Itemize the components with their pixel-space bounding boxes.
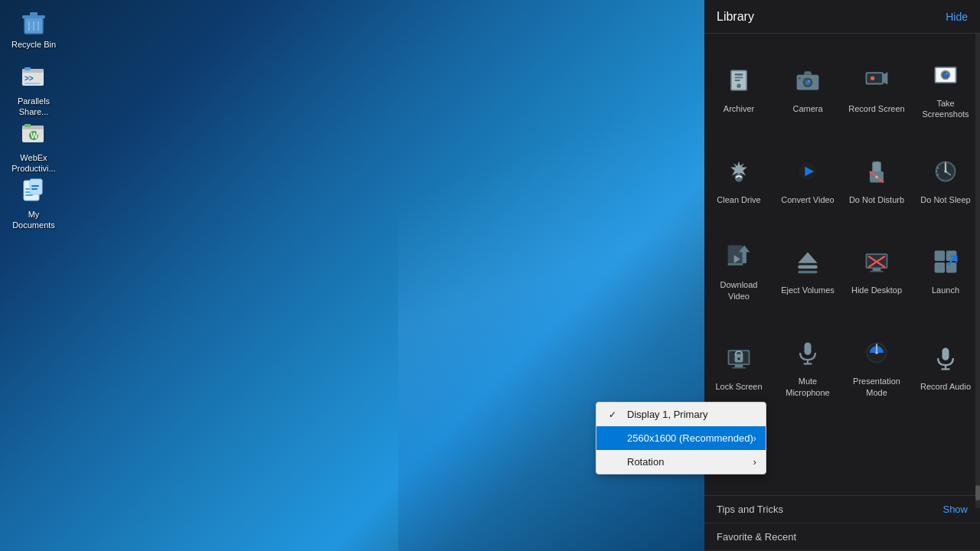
svg-rect-76 bbox=[935, 262, 946, 273]
record-audio-label: Record Audio bbox=[920, 381, 971, 392]
lib-item-camera[interactable]: Camera bbox=[775, 41, 841, 135]
svg-marker-65 bbox=[798, 253, 817, 263]
lock-screen-label: Lock Screen bbox=[715, 381, 762, 392]
svg-text:W: W bbox=[31, 132, 38, 140]
camera-icon bbox=[789, 62, 826, 99]
do-not-sleep-label: Do Not Sleep bbox=[920, 194, 970, 205]
svg-rect-81 bbox=[732, 367, 746, 369]
svg-rect-1 bbox=[22, 15, 45, 18]
lock-screen-icon bbox=[720, 340, 757, 377]
do-not-disturb-label: Do Not Disturb bbox=[849, 194, 904, 205]
hide-desktop-icon bbox=[858, 243, 895, 280]
presentation-mode-icon bbox=[858, 334, 895, 371]
lib-item-launch[interactable]: Launch bbox=[913, 223, 978, 317]
eject-volumes-icon bbox=[789, 243, 826, 280]
ctx-rotation-label: Rotation bbox=[627, 456, 664, 468]
check-icon: ✓ bbox=[609, 409, 621, 420]
svg-rect-28 bbox=[735, 77, 743, 78]
lib-item-hide-desktop[interactable]: Hide Desktop bbox=[844, 223, 910, 317]
convert-video-label: Convert Video bbox=[781, 194, 835, 205]
svg-rect-29 bbox=[735, 80, 740, 81]
context-menu: ✓ Display 1, Primary 2560x1600 (Recommen… bbox=[596, 402, 766, 474]
lib-item-do-not-disturb[interactable]: Do Not Disturb bbox=[844, 138, 910, 220]
svg-rect-24 bbox=[31, 188, 38, 190]
lib-item-convert-video[interactable]: Convert Video bbox=[775, 138, 841, 220]
lib-item-archiver[interactable]: Archiver bbox=[706, 41, 772, 135]
library-footer: Tips and Tricks Show Favorite & Recent bbox=[704, 495, 980, 551]
svg-rect-66 bbox=[798, 266, 817, 269]
svg-rect-51 bbox=[873, 161, 881, 172]
svg-point-40 bbox=[871, 76, 874, 80]
desktop-icon-webex[interactable]: W WebEx Productivi... bbox=[6, 116, 61, 178]
take-screenshots-label: Take Screenshots bbox=[917, 98, 974, 120]
svg-rect-27 bbox=[735, 73, 743, 76]
ctx-item-display-primary[interactable]: ✓ Display 1, Primary bbox=[596, 403, 766, 426]
svg-point-47 bbox=[735, 173, 743, 181]
svg-rect-71 bbox=[870, 271, 884, 272]
lib-item-do-not-sleep[interactable]: Do Not Sleep bbox=[913, 138, 978, 220]
svg-point-83 bbox=[737, 358, 740, 361]
ctx-item-rotation[interactable]: Rotation › bbox=[596, 450, 766, 474]
eject-volumes-label: Eject Volumes bbox=[781, 285, 835, 295]
lib-item-record-screen[interactable]: Record Screen bbox=[844, 41, 910, 135]
lib-item-lock-screen[interactable]: Lock Screen bbox=[706, 320, 772, 413]
launch-label: Launch bbox=[932, 285, 959, 295]
scrollbar-thumb[interactable] bbox=[975, 485, 980, 500]
lib-item-download-video[interactable]: Download Video bbox=[706, 223, 772, 317]
svg-point-54 bbox=[875, 175, 878, 178]
library-title: Library bbox=[717, 10, 754, 24]
rotation-chevron-right-icon: › bbox=[753, 457, 756, 468]
svg-rect-64 bbox=[728, 263, 743, 266]
mute-microphone-icon bbox=[789, 334, 826, 371]
desktop-icon-recycle-bin[interactable]: Recycle Bin bbox=[6, 3, 61, 53]
desktop-icon-my-documents[interactable]: My Documents bbox=[6, 173, 61, 234]
svg-point-35 bbox=[808, 80, 810, 82]
lib-item-record-audio[interactable]: Record Audio bbox=[913, 320, 978, 413]
svg-point-30 bbox=[737, 83, 740, 87]
svg-point-36 bbox=[798, 77, 801, 80]
desktop-icon-parallels[interactable]: >> Parallels Share... bbox=[6, 60, 61, 121]
footer-item-favorite[interactable]: Favorite & Recent bbox=[704, 523, 980, 551]
ctx-resolution-label: 2560x1600 (Recommended) bbox=[627, 432, 753, 444]
scrollbar[interactable] bbox=[975, 34, 980, 508]
svg-rect-84 bbox=[805, 343, 812, 355]
record-screen-label: Record Screen bbox=[848, 103, 904, 114]
lib-item-clean-drive[interactable]: Clean Drive bbox=[706, 138, 772, 220]
do-not-sleep-icon bbox=[927, 153, 964, 190]
presentation-mode-label: Presentation Mode bbox=[848, 376, 905, 398]
mute-microphone-label: Mute Microphone bbox=[779, 376, 836, 398]
svg-rect-38 bbox=[867, 73, 882, 83]
convert-video-icon bbox=[789, 153, 826, 190]
lib-item-mute-microphone[interactable]: Mute Microphone bbox=[775, 320, 841, 413]
svg-rect-10 bbox=[24, 83, 40, 84]
parallels-label: Parallels Share... bbox=[9, 96, 58, 118]
svg-point-90 bbox=[875, 352, 878, 355]
svg-rect-91 bbox=[942, 348, 949, 360]
my-documents-label: My Documents bbox=[9, 209, 58, 231]
svg-text:>>: >> bbox=[24, 74, 34, 83]
camera-label: Camera bbox=[792, 103, 822, 114]
ctx-item-resolution[interactable]: 2560x1600 (Recommended) › bbox=[596, 426, 766, 450]
svg-rect-23 bbox=[31, 185, 39, 187]
svg-point-59 bbox=[944, 170, 947, 173]
download-video-icon bbox=[720, 238, 757, 275]
archiver-icon bbox=[720, 62, 757, 99]
lib-item-eject-volumes[interactable]: Eject Volumes bbox=[775, 223, 841, 317]
archiver-label: Archiver bbox=[724, 103, 754, 114]
lib-item-take-screenshots[interactable]: Take Screenshots bbox=[913, 41, 978, 135]
lib-item-presentation-mode[interactable]: Presentation Mode bbox=[844, 320, 910, 413]
svg-rect-67 bbox=[798, 271, 817, 274]
record-audio-icon bbox=[927, 340, 964, 377]
chevron-right-icon: › bbox=[753, 433, 756, 444]
do-not-disturb-icon bbox=[858, 153, 895, 190]
library-header: Library Hide bbox=[704, 0, 980, 34]
take-screenshots-icon bbox=[927, 57, 964, 93]
tips-tricks-action[interactable]: Show bbox=[942, 504, 968, 515]
hide-button[interactable]: Hide bbox=[946, 11, 968, 23]
ctx-display-label: Display 1, Primary bbox=[627, 409, 707, 420]
svg-rect-8 bbox=[24, 67, 31, 70]
tips-tricks-label: Tips and Tricks bbox=[717, 504, 783, 515]
footer-item-tips[interactable]: Tips and Tricks Show bbox=[704, 496, 980, 523]
svg-rect-74 bbox=[935, 251, 946, 262]
clean-drive-icon bbox=[720, 153, 757, 190]
